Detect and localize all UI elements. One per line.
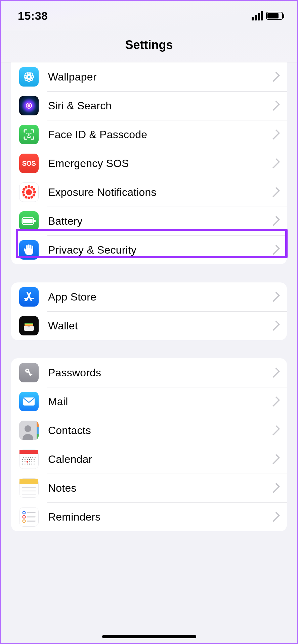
home-indicator — [102, 635, 196, 638]
row-label: Calendar — [48, 453, 272, 466]
row-label: Privacy & Security — [48, 244, 272, 256]
svg-point-36 — [30, 457, 31, 458]
settings-group-store: App Store Wallet — [11, 282, 287, 340]
row-label: Battery — [48, 215, 272, 227]
key-icon — [19, 363, 39, 382]
svg-point-49 — [34, 461, 35, 462]
settings-group-general: Wallpaper Siri & Search Face ID & Passco… — [11, 62, 287, 264]
row-app-store[interactable]: App Store — [11, 282, 287, 311]
svg-point-56 — [27, 461, 28, 463]
svg-point-54 — [31, 464, 32, 465]
mail-icon — [19, 392, 39, 411]
svg-point-12 — [30, 133, 31, 134]
row-label: Mail — [48, 395, 272, 408]
row-notes[interactable]: Notes — [11, 474, 287, 502]
calendar-icon — [19, 449, 39, 469]
row-passwords[interactable]: Passwords — [11, 358, 287, 387]
svg-point-34 — [26, 457, 27, 458]
svg-point-42 — [29, 459, 30, 460]
svg-point-37 — [32, 457, 33, 458]
svg-rect-29 — [37, 427, 39, 434]
row-privacy-security[interactable]: Privacy & Security — [11, 235, 287, 264]
svg-rect-25 — [23, 397, 35, 406]
contacts-icon — [19, 421, 39, 440]
svg-point-39 — [22, 459, 23, 460]
svg-point-41 — [27, 459, 28, 460]
app-store-icon — [19, 287, 39, 307]
status-time: 15:38 — [18, 9, 48, 22]
svg-point-45 — [22, 461, 23, 462]
status-indicators — [252, 11, 283, 20]
row-label: Passwords — [48, 367, 272, 379]
row-contacts[interactable]: Contacts — [11, 416, 287, 445]
svg-rect-20 — [28, 326, 30, 327]
row-wallpaper[interactable]: Wallpaper — [11, 62, 287, 91]
battery-icon — [19, 211, 39, 231]
svg-point-47 — [29, 461, 30, 462]
svg-point-10 — [28, 104, 30, 107]
siri-icon — [19, 96, 39, 115]
row-label: Face ID & Passcode — [48, 128, 272, 141]
row-label: Exposure Notifications — [48, 186, 272, 199]
notes-icon — [19, 478, 39, 498]
svg-point-51 — [25, 464, 26, 465]
row-label: Notes — [48, 482, 272, 494]
svg-point-44 — [34, 459, 35, 460]
svg-rect-28 — [37, 421, 39, 427]
exposure-icon — [19, 182, 39, 202]
row-label: Wallet — [48, 320, 272, 332]
row-reminders[interactable]: Reminders — [11, 502, 287, 531]
reminders-icon — [19, 507, 39, 527]
row-wallet[interactable]: Wallet — [11, 311, 287, 340]
svg-point-35 — [28, 457, 29, 458]
svg-point-52 — [27, 464, 28, 465]
svg-point-33 — [23, 457, 24, 458]
row-calendar[interactable]: Calendar — [11, 445, 287, 474]
svg-point-38 — [35, 457, 36, 458]
row-exposure-notifications[interactable]: Exposure Notifications — [11, 178, 287, 207]
row-label: Reminders — [48, 511, 272, 523]
svg-point-55 — [34, 464, 35, 465]
svg-rect-32 — [19, 450, 38, 454]
svg-point-53 — [29, 464, 30, 465]
svg-point-40 — [25, 459, 26, 460]
svg-rect-23 — [28, 371, 32, 376]
svg-rect-14 — [23, 219, 33, 223]
wallet-icon — [19, 316, 39, 335]
row-faceid[interactable]: Face ID & Passcode — [11, 120, 287, 149]
row-label: Contacts — [48, 424, 272, 437]
settings-group-apps: Passwords Mail Contacts — [11, 358, 287, 531]
svg-rect-58 — [19, 479, 38, 484]
status-bar: 15:38 — [1, 1, 297, 31]
svg-point-48 — [31, 461, 32, 462]
svg-point-43 — [31, 459, 32, 460]
row-siri[interactable]: Siri & Search — [11, 91, 287, 120]
battery-icon — [266, 12, 283, 20]
row-battery[interactable]: Battery — [11, 207, 287, 235]
svg-point-11 — [26, 133, 27, 134]
svg-point-22 — [27, 370, 28, 372]
wallpaper-icon — [19, 67, 39, 87]
row-label: Siri & Search — [48, 100, 272, 112]
svg-point-27 — [25, 425, 31, 432]
svg-rect-30 — [37, 434, 39, 440]
faceid-icon — [19, 125, 39, 144]
svg-rect-15 — [34, 220, 36, 222]
row-label: Wallpaper — [48, 71, 272, 83]
row-mail[interactable]: Mail — [11, 387, 287, 416]
row-emergency-sos[interactable]: SOS Emergency SOS — [11, 149, 287, 178]
cellular-signal-icon — [252, 11, 263, 20]
row-label: App Store — [48, 291, 272, 303]
privacy-hand-icon — [19, 240, 39, 260]
page-title: Settings — [1, 31, 297, 62]
row-label: Emergency SOS — [48, 157, 272, 170]
svg-point-50 — [22, 464, 23, 465]
svg-point-46 — [25, 461, 26, 462]
sos-icon: SOS — [19, 154, 39, 173]
